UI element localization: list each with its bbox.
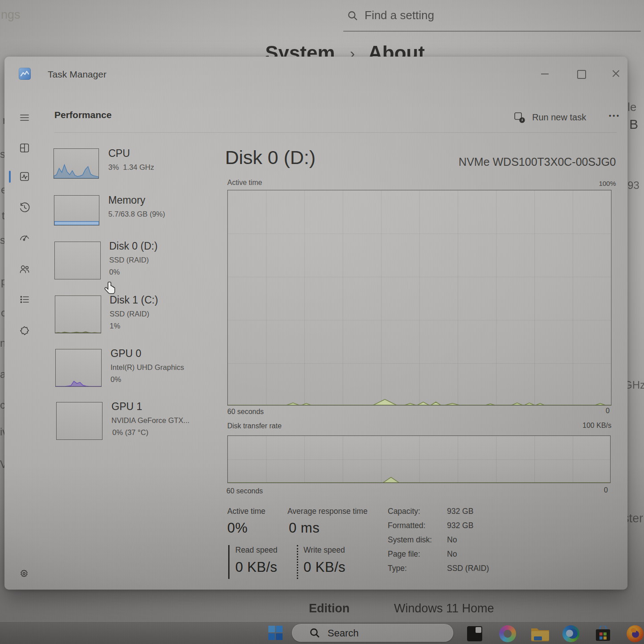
settings-search-icon: [347, 10, 358, 21]
settings-title-fragment: ngs: [1, 8, 21, 22]
edition-value: Windows 11 Home: [394, 602, 494, 615]
run-new-task-label: Run new task: [532, 112, 586, 123]
active-time-x-right: 0: [606, 407, 610, 415]
perf-card-memory[interactable]: Memory 5.7/63.8 GB (9%): [54, 193, 219, 228]
page-file-label: Page file:: [388, 550, 420, 559]
taskbar: Search: [0, 622, 644, 644]
transfer-rate-ymax: 100 KB/s: [582, 422, 611, 430]
taskbar-edge-icon[interactable]: [562, 625, 579, 642]
gpu0-mini-chart: [55, 349, 102, 387]
transfer-rate-axis-label: Disk transfer rate: [227, 422, 282, 430]
active-time-axis-label: Active time: [227, 179, 262, 187]
maximize-button[interactable]: [577, 70, 586, 79]
disk1-mini-chart: [55, 295, 101, 333]
app-history-icon[interactable]: [19, 202, 30, 213]
read-speed-legend-line: [228, 545, 230, 579]
disk-device-name: NVMe WDS100T3X0C-00SJG0: [459, 156, 616, 168]
active-time-chart: [227, 190, 611, 406]
taskbar-store-icon[interactable]: [595, 626, 611, 642]
taskbar-search-box[interactable]: Search: [292, 624, 453, 642]
close-button[interactable]: [611, 69, 620, 78]
taskbar-file-explorer-icon[interactable]: [530, 626, 550, 642]
type-label: Type:: [388, 564, 407, 573]
cpu-mini-chart: [53, 148, 99, 179]
processes-icon[interactable]: [19, 142, 30, 154]
header-divider: [54, 132, 617, 133]
active-time-ymax: 100%: [599, 180, 616, 187]
capacity-value: 932 GB: [447, 507, 473, 516]
gpu0-value: 0%: [111, 375, 121, 384]
startup-apps-icon[interactable]: [19, 232, 30, 244]
read-speed-label: Read speed: [235, 546, 277, 555]
stat-avg-response-label: Average response time: [287, 507, 368, 516]
read-speed-value: 0 KB/s: [235, 559, 277, 575]
page-file-value: No: [447, 550, 457, 559]
cpu-subtitle: 3% 1.34 GHz: [108, 163, 154, 172]
capacity-label: Capacity:: [388, 507, 420, 516]
main-chart-title: Disk 0 (D:): [225, 147, 316, 168]
performance-icon[interactable]: [19, 171, 30, 182]
start-button[interactable]: [267, 625, 283, 641]
edition-label: Edition: [309, 602, 349, 615]
formatted-value: 932 GB: [447, 521, 473, 530]
minimize-button[interactable]: [541, 74, 549, 74]
settings-fragment: le: [628, 100, 636, 114]
memory-title: Memory: [108, 194, 145, 206]
window-title: Task Manager: [48, 69, 107, 80]
cpu-title: CPU: [108, 148, 130, 160]
type-value: SSD (RAID): [447, 564, 489, 573]
disk0-value: 0%: [109, 268, 120, 276]
settings-search-underline: [343, 31, 641, 32]
active-time-x-left: 60 seconds: [227, 408, 264, 416]
taskbar-firefox-icon[interactable]: [627, 625, 644, 642]
stat-avg-response-value: 0 ms: [289, 520, 320, 536]
run-new-task-icon: [513, 111, 525, 125]
write-speed-label: Write speed: [304, 546, 345, 555]
run-new-task-button[interactable]: Run new task: [513, 111, 616, 126]
memory-subtitle: 5.7/63.8 GB (9%): [108, 210, 165, 218]
disk0-title: Disk 0 (D:): [109, 240, 158, 252]
perf-card-gpu0[interactable]: GPU 0 Intel(R) UHD Graphics 0%: [55, 348, 220, 389]
settings-gear-icon[interactable]: [19, 568, 29, 579]
write-speed-value: 0 KB/s: [304, 559, 345, 575]
gpu0-title: GPU 0: [111, 348, 141, 360]
gpu1-value: 0% (37 °C): [112, 428, 148, 437]
perf-card-disk1[interactable]: Disk 1 (C:) SSD (RAID) 1%: [55, 294, 220, 335]
taskbar-copilot-icon[interactable]: [499, 625, 516, 642]
disk1-subtitle: SSD (RAID): [110, 310, 149, 318]
taskbar-search-icon: [309, 627, 320, 640]
gpu1-mini-chart: [56, 402, 103, 440]
stat-active-time-label: Active time: [227, 507, 266, 516]
details-icon[interactable]: [19, 294, 30, 305]
transfer-rate-x-right: 0: [604, 486, 608, 494]
more-options-button[interactable]: •••: [609, 112, 620, 120]
taskbar-task-manager-icon[interactable]: [467, 626, 482, 641]
gpu1-title: GPU 1: [111, 401, 142, 413]
disk0-subtitle: SSD (RAID): [109, 256, 149, 264]
services-icon[interactable]: [19, 325, 30, 336]
disk1-value: 1%: [110, 322, 120, 330]
write-speed-legend-line: [297, 545, 298, 579]
task-manager-app-icon: [19, 68, 31, 80]
transfer-rate-chart: [227, 435, 611, 483]
gpu0-subtitle: Intel(R) UHD Graphics: [111, 363, 184, 372]
transfer-rate-x-left: 60 seconds: [226, 487, 263, 495]
mouse-cursor: [103, 281, 118, 300]
perf-card-disk0[interactable]: Disk 0 (D:) SSD (RAID) 0%: [54, 240, 219, 281]
task-manager-window: Task Manager Performance Run new task ••…: [4, 57, 628, 590]
page-title: Performance: [54, 110, 111, 120]
perf-card-cpu[interactable]: CPU 3% 1.34 GHz: [53, 146, 218, 181]
settings-fragment: 93: [628, 179, 640, 192]
perf-card-gpu1[interactable]: GPU 1 NVIDIA GeForce GTX... 0% (37 °C): [56, 401, 221, 442]
system-disk-label: System disk:: [388, 535, 432, 545]
stat-active-time-value: 0%: [227, 520, 248, 536]
disk0-mini-chart: [54, 242, 101, 279]
taskbar-search-label: Search: [328, 628, 359, 639]
settings-fragment: B: [629, 117, 638, 132]
find-a-setting-input[interactable]: Find a setting: [365, 8, 434, 22]
selected-tab-indicator: [9, 171, 11, 183]
memory-mini-chart: [54, 195, 99, 226]
users-icon[interactable]: [19, 263, 30, 275]
navigation-menu-button[interactable]: [19, 112, 30, 123]
system-disk-value: No: [447, 535, 457, 545]
